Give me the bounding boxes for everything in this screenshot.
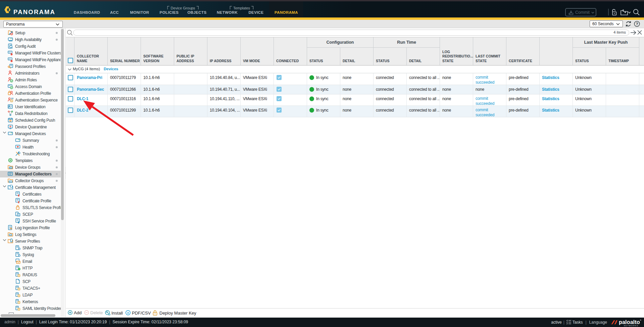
svg-text:A: A <box>127 311 129 315</box>
svg-text:123: 123 <box>11 97 13 99</box>
svg-text:?: ? <box>636 22 638 26</box>
